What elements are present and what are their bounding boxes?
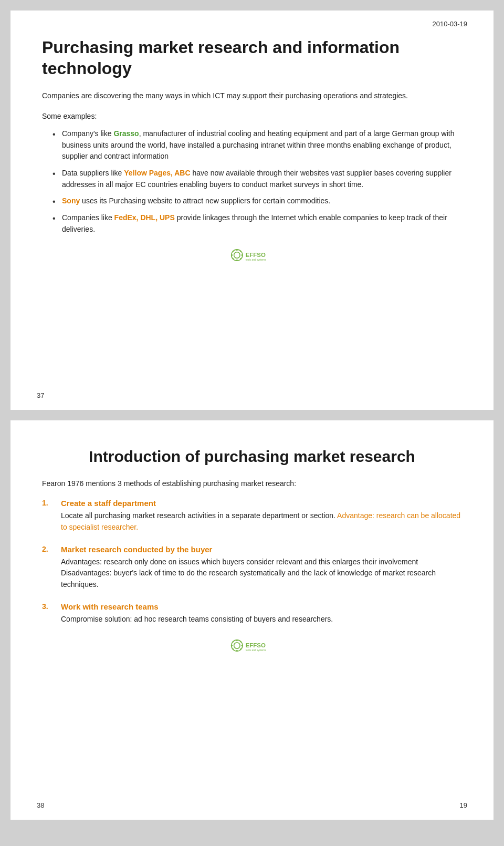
logo-area-2: EFFSO tools and systems xyxy=(42,636,462,655)
svg-rect-17 xyxy=(242,645,243,646)
page-number-right-2: 19 xyxy=(460,801,467,809)
method-1: 1. Create a staff department Locate all … xyxy=(42,499,462,533)
method-2-desc: Advantages: research only done on issues… xyxy=(61,556,462,591)
method-1-content: Create a staff department Locate all pur… xyxy=(61,499,462,533)
svg-rect-16 xyxy=(231,645,233,646)
svg-text:EFFSO: EFFSO xyxy=(246,642,266,648)
method-3: 3. Work with research teams Compromise s… xyxy=(42,602,462,625)
svg-text:EFFSO: EFFSO xyxy=(246,251,266,257)
svg-rect-5 xyxy=(242,254,243,255)
method-3-number: 3. xyxy=(42,602,61,625)
svg-point-1 xyxy=(234,252,240,257)
effso-logo-1: EFFSO tools and systems xyxy=(228,246,276,264)
svg-rect-4 xyxy=(231,254,233,255)
method-1-title: Create a staff department xyxy=(61,499,462,508)
page-2: Introduction of purchasing market resear… xyxy=(10,420,494,820)
method-2-title: Market research conducted by the buyer xyxy=(61,545,462,554)
method-2-content: Market research conducted by the buyer A… xyxy=(61,545,462,591)
intro-text: Fearon 1976 mentions 3 methods of establ… xyxy=(42,478,462,490)
logo-area-1: EFFSO tools and systems xyxy=(42,246,462,264)
svg-rect-2 xyxy=(236,249,237,251)
some-examples-label: Some examples: xyxy=(42,111,462,122)
svg-rect-15 xyxy=(236,650,237,652)
section-title: Introduction of purchasing market resear… xyxy=(42,447,462,467)
highlight-yellow-pages: Yellow Pages, ABC xyxy=(124,169,190,177)
list-item: Companies like FedEx, DHL, UPS provide l… xyxy=(52,212,462,235)
effso-logo-2: EFFSO tools and systems xyxy=(228,636,276,655)
svg-text:tools and systems: tools and systems xyxy=(246,259,267,261)
page-1: 2010-03-19 Purchasing market research an… xyxy=(10,11,494,410)
svg-text:tools and systems: tools and systems xyxy=(246,649,267,652)
list-item: Data suppliers like Yellow Pages, ABC ha… xyxy=(52,168,462,190)
highlight-sony: Sony xyxy=(62,197,80,205)
method-3-desc: Compromise solution: ad hoc research tea… xyxy=(61,614,333,625)
highlight-fedex: FedEx, DHL, UPS xyxy=(114,213,175,222)
method-2-number: 2. xyxy=(42,545,61,591)
method-1-number: 1. xyxy=(42,499,61,533)
method-1-desc: Locate all purchasing market research ac… xyxy=(61,510,462,533)
list-item: Company's like Grasso, manufacturer of i… xyxy=(52,128,462,162)
method-3-title: Work with research teams xyxy=(61,602,333,611)
highlight-grasso: Grasso xyxy=(113,129,139,138)
page-number-left-2: 38 xyxy=(37,801,44,809)
method-3-content: Work with research teams Compromise solu… xyxy=(61,602,333,625)
svg-rect-3 xyxy=(236,259,237,261)
main-title: Purchasing market research and informati… xyxy=(42,37,462,79)
date-header: 2010-03-19 xyxy=(433,20,468,28)
svg-rect-14 xyxy=(236,639,237,641)
bullet-list: Company's like Grasso, manufacturer of i… xyxy=(52,128,462,235)
page-number-left-1: 37 xyxy=(37,391,44,399)
svg-point-13 xyxy=(234,643,240,648)
subtitle-text: Companies are discovering the many ways … xyxy=(42,90,462,101)
list-item: Sony uses its Purchasing website to attr… xyxy=(52,195,462,207)
method-2: 2. Market research conducted by the buye… xyxy=(42,545,462,591)
method-1-desc-before: Locate all purchasing market research ac… xyxy=(61,511,335,520)
